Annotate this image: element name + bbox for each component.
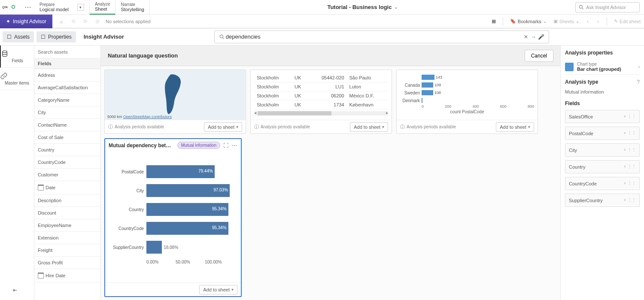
table-cell: København [347, 100, 388, 109]
property-field[interactable]: City›⋮⋮ [565, 143, 640, 157]
drag-handle-icon[interactable]: ⋮⋮ [627, 164, 636, 170]
field-item[interactable]: Freight [34, 244, 100, 257]
field-item[interactable]: Gross Profit [34, 257, 100, 269]
chevron-right-icon[interactable]: › [624, 197, 626, 203]
chevron-down-icon[interactable]: ▾ [77, 4, 84, 11]
field-item[interactable]: ContactName [34, 119, 100, 131]
mutual-bar-chart[interactable]: PostalCode79.44%City97.03%Country95.34%C… [109, 155, 237, 266]
field-item[interactable]: Description [34, 194, 100, 207]
more-icon[interactable]: ⋯ [21, 3, 34, 11]
tab-analyze-l2: Sheet [95, 6, 110, 12]
fields-search[interactable] [34, 45, 100, 58]
drag-handle-icon[interactable]: ⋮⋮ [627, 197, 636, 203]
field-item[interactable]: AverageCallSatisfaction [34, 82, 100, 94]
add-to-sheet-button[interactable]: Add to sheet▾ [204, 122, 242, 132]
app-title[interactable]: Tutorial - Business logic ⌄ [150, 4, 575, 10]
field-item[interactable]: CountryCode [34, 156, 100, 169]
table-row[interactable]: StockholmUKLU1Luton [254, 82, 388, 91]
microphone-icon[interactable]: 🎤 [538, 34, 545, 40]
add-to-sheet-button[interactable]: Add to sheet▾ [350, 122, 388, 132]
smart-search-icon[interactable]: ⌕ [58, 18, 65, 25]
field-item[interactable]: Address [34, 69, 100, 82]
scroll-left-icon[interactable]: ◂ [254, 110, 256, 115]
nav-fields[interactable]: Fields [0, 45, 34, 68]
property-field-label: Country [569, 164, 586, 170]
scroll-right-icon[interactable]: ▸ [386, 110, 388, 115]
tab-narrate[interactable]: Narrate Storytelling [115, 0, 149, 15]
analysis-periods-label[interactable]: Analysis periods available [400, 124, 456, 130]
add-to-sheet-button[interactable]: Add to sheet▾ [199, 285, 237, 294]
qlik-logo[interactable]: Qlik [0, 3, 21, 11]
h-scrollbar[interactable]: ◂ ▸ [254, 111, 388, 115]
drag-handle-icon[interactable]: ⋮⋮ [627, 114, 636, 119]
table-row[interactable]: StockholmUK05442-020São Paulo [254, 73, 388, 82]
values-table[interactable]: StockholmUK05442-020São PauloStockholmUK… [254, 73, 388, 109]
bar-value: 95.34% [212, 225, 227, 230]
field-item[interactable]: City [34, 106, 100, 119]
insight-advisor-button[interactable]: ✦ Insight Advisor [0, 15, 52, 28]
mini-bar-chart[interactable]: 143 Canada109Sweden108Denmark 0200400600… [400, 73, 534, 114]
edit-sheet-button[interactable]: ✎ Edit sheet [611, 15, 644, 28]
cards-area[interactable]: 5000 km OpenStreetMap contributors Analy… [101, 66, 560, 300]
insight-search[interactable]: ✕ → 🎤 [214, 30, 549, 43]
field-item[interactable]: Country [34, 144, 100, 156]
field-item[interactable]: Extension [34, 232, 100, 244]
ask-insight-search[interactable]: Ask Insight Advisor [575, 2, 640, 12]
tab-prepare[interactable]: Prepare Logical model ▾ [34, 0, 90, 15]
help-icon[interactable]: ? [637, 79, 640, 85]
table-row[interactable]: StockholmUK1734København [254, 100, 388, 109]
card-mini-chart: 143 Canada109Sweden108Denmark 0200400600… [396, 70, 538, 134]
drag-handle-icon[interactable]: ⋮⋮ [627, 147, 636, 153]
assets-button[interactable]: ☐ Assets [3, 31, 34, 42]
sheets-button[interactable]: ▣ Sheets ⌄ [550, 15, 583, 28]
insight-search-input[interactable] [226, 33, 522, 40]
property-field[interactable]: Country›⋮⋮ [565, 160, 640, 173]
cancel-button[interactable]: Cancel [525, 50, 553, 62]
more-icon[interactable]: ⋯ [231, 142, 237, 148]
field-item[interactable]: EmployeeName [34, 219, 100, 232]
drag-handle-icon[interactable]: ⋮⋮ [627, 130, 636, 136]
properties-button[interactable]: ☐ Properties [36, 31, 76, 42]
next-sheet-icon[interactable]: › [593, 18, 603, 24]
field-item[interactable]: CategoryName [34, 94, 100, 106]
selections-tool-icon[interactable]: ▦ [488, 15, 499, 28]
tab-analyze[interactable]: Analyze Sheet [90, 0, 116, 15]
bar-row: City97.03% [112, 184, 234, 197]
clear-icon[interactable]: ✕ [522, 34, 530, 40]
field-item[interactable]: Cost of Sale [34, 131, 100, 144]
field-item[interactable]: Discount [34, 207, 100, 219]
card-mutual-dependency[interactable]: Mutual dependency bet… Mutual informatio… [104, 138, 242, 297]
field-item[interactable]: Date [34, 181, 100, 194]
nav-master-items[interactable]: Master items [0, 68, 34, 90]
fields-search-input[interactable] [38, 49, 97, 55]
property-field[interactable]: PostalCode›⋮⋮ [565, 127, 640, 140]
prev-sheet-icon[interactable]: ‹ [583, 18, 593, 24]
step-back-icon[interactable]: ⟲ [70, 18, 77, 25]
bookmarks-button[interactable]: 🔖 Bookmarks ⌄ [507, 15, 550, 28]
field-item[interactable]: Hire Date [34, 269, 100, 282]
chevron-right-icon[interactable]: › [624, 147, 626, 153]
submit-arrow-icon[interactable]: → [530, 34, 538, 40]
analysis-periods-label[interactable]: Analysis periods available [254, 124, 310, 130]
property-field[interactable]: CountryCode›⋮⋮ [565, 177, 640, 190]
clear-selections-icon[interactable]: ⊘ [94, 18, 101, 25]
chevron-right-icon[interactable]: › [624, 181, 626, 186]
chart-type-selector[interactable]: Chart type Bar chart (grouped) › [565, 59, 640, 75]
fullscreen-icon[interactable]: ⛶ [223, 142, 229, 148]
analysis-periods-label[interactable]: Analysis periods available [108, 124, 164, 130]
map-osm-link[interactable]: OpenStreetMap contributors [123, 115, 172, 119]
add-to-sheet-button[interactable]: Add to sheet▾ [496, 122, 534, 132]
chevron-right-icon[interactable]: › [624, 130, 626, 136]
field-item[interactable]: Customer [34, 169, 100, 181]
property-field[interactable]: SalesOffice›⋮⋮ [565, 110, 640, 123]
table-row[interactable]: StockholmUK06200México D.F. [254, 91, 388, 100]
drag-handle-icon[interactable]: ⋮⋮ [627, 181, 636, 186]
analysis-type-pill[interactable]: Mutual information [177, 142, 220, 149]
fields-list[interactable]: AddressAverageCallSatisfactionCategoryNa… [34, 69, 100, 300]
map-chart[interactable]: 5000 km OpenStreetMap contributors [105, 70, 246, 120]
step-forward-icon[interactable]: ⟳ [82, 18, 89, 25]
property-field[interactable]: SupplierCountry›⋮⋮ [565, 194, 640, 207]
collapse-panel-icon[interactable]: ⇤ [13, 287, 21, 296]
chevron-right-icon[interactable]: › [624, 164, 626, 170]
chevron-right-icon[interactable]: › [624, 114, 626, 119]
